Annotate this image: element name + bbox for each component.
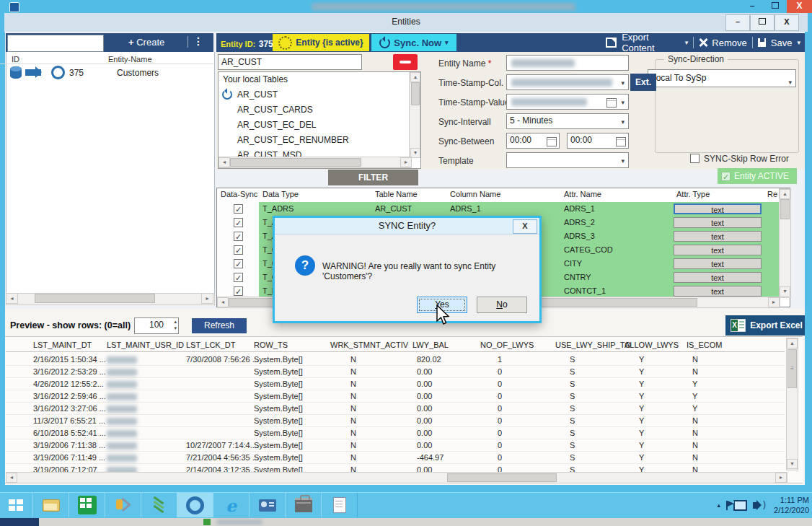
chevron-down-icon[interactable]: ▾ [685, 39, 689, 46]
table-search-input[interactable] [218, 54, 362, 70]
entity-active-toggle[interactable]: ✓ Entity ACTIVE [718, 168, 797, 184]
maximize-button[interactable] [764, 0, 787, 13]
taskbar-app-store-button[interactable] [69, 493, 105, 517]
tray-expand-arrow[interactable]: ▴ [718, 501, 721, 509]
no-button[interactable]: No [477, 297, 527, 313]
attr-type-button[interactable]: text [674, 231, 762, 242]
preview-col-header[interactable]: WRK_STMNT_ACTIV [330, 341, 408, 349]
refresh-button[interactable]: Refresh [192, 318, 247, 333]
taskbar-server-manager-button[interactable] [249, 493, 286, 517]
attr-type-button[interactable]: text [674, 203, 762, 214]
local-table-item[interactable]: AR_CUST_CARDS [237, 105, 313, 115]
taskbar-sql-server-tool-button[interactable] [141, 493, 177, 517]
preview-col-header[interactable]: LWY_BAL [412, 341, 449, 349]
mdi-minimize-button[interactable]: – [725, 14, 750, 31]
action-center-flag-icon[interactable] [726, 501, 728, 510]
timestamp-value-field[interactable]: ▾ [506, 94, 629, 110]
scroll-up-arrow[interactable]: ▴ [787, 338, 798, 349]
taskbar-clock[interactable]: 1:11 PM 2/12/2020 [774, 495, 809, 515]
network-icon[interactable] [733, 500, 747, 511]
preview-col-header[interactable]: LST_MAINT_DT [33, 341, 92, 349]
spinner-arrows[interactable]: ▴▾ [174, 318, 177, 331]
menu-dots-icon[interactable]: ⋮ [193, 35, 203, 47]
attr-type-button[interactable]: text [674, 286, 762, 297]
preview-hscrollbar[interactable] [6, 472, 787, 483]
data-sync-checkbox[interactable]: ✓ [234, 204, 243, 214]
scroll-up-arrow[interactable]: ▴ [780, 189, 790, 199]
entity-list-hscrollbar[interactable]: ◂ ▸ [6, 293, 213, 304]
entity-row[interactable]: 375 Customers [10, 66, 159, 79]
preview-col-header[interactable]: ALLOW_LWYS [625, 341, 679, 349]
local-table-item[interactable]: AR_CUST_EC_DEL [237, 120, 316, 130]
attr-type-button[interactable]: text [674, 272, 762, 283]
mdi-maximize-button[interactable] [750, 14, 775, 31]
taskbar-sync-app-button[interactable] [177, 493, 213, 517]
attr-type-button[interactable]: text [674, 258, 762, 269]
create-button[interactable]: + Create [128, 37, 164, 48]
show-rows-spinner[interactable]: 100 ▴▾ [134, 317, 179, 334]
attr-col-header[interactable]: Attr. Name [564, 190, 601, 198]
sync-now-button[interactable]: Sync. Now ▾ [371, 34, 456, 51]
ext-button[interactable]: Ext. [630, 74, 656, 91]
skip-row-error-checkbox[interactable] [690, 154, 700, 163]
preview-col-header[interactable]: LST_MAINT_USR_ID [107, 341, 184, 349]
scroll-left-arrow[interactable]: ◂ [219, 157, 230, 167]
preview-col-header[interactable]: IS_ECOM [687, 341, 723, 349]
filter-button[interactable]: FILTER [328, 170, 418, 185]
data-sync-checkbox[interactable]: ✓ [234, 259, 243, 268]
entity-search-input[interactable] [7, 35, 104, 52]
scroll-thumb[interactable]: ≡ [787, 349, 797, 388]
scroll-down-arrow[interactable]: ▾ [787, 459, 798, 469]
dialog-close-button[interactable]: X [513, 219, 537, 234]
entity-active-button[interactable]: Entity {is active} [273, 34, 369, 51]
export-content-button[interactable]: Export Content [622, 32, 680, 53]
sync-interval-dropdown[interactable]: 5 - Minutes ▾ [506, 113, 629, 129]
scroll-down-arrow[interactable]: ▾ [410, 148, 420, 158]
calendar-icon[interactable] [616, 137, 626, 146]
attr-col-header[interactable]: Attr. Type [676, 190, 710, 198]
timestamp-col-dropdown[interactable]: ▾ [506, 74, 629, 90]
template-dropdown[interactable]: ▾ [506, 152, 629, 168]
attr-type-button[interactable]: text [674, 217, 762, 228]
attr-col-header[interactable]: Data-Sync [221, 190, 257, 198]
mdi-close-button[interactable]: X [775, 14, 799, 31]
scroll-right-arrow[interactable]: ▸ [775, 473, 787, 483]
data-sync-checkbox[interactable]: ✓ [234, 232, 243, 241]
scroll-left-arrow[interactable]: ◂ [217, 297, 229, 307]
preview-col-header[interactable]: LST_LCK_DT [186, 341, 235, 349]
remove-table-button[interactable] [393, 54, 418, 70]
scroll-up-arrow[interactable]: ▴ [410, 72, 420, 82]
export-excel-button[interactable]: Export Excel [725, 315, 808, 336]
taskbar-file-explorer-button[interactable] [32, 493, 69, 517]
entity-name-field[interactable] [506, 55, 629, 71]
sync-direction-dropdown[interactable]: Local To SySp ▾ [648, 69, 796, 87]
scroll-left-arrow[interactable]: ◂ [6, 293, 18, 304]
calendar-icon[interactable] [547, 137, 557, 146]
scroll-down-arrow[interactable]: ▾ [780, 286, 790, 297]
taskbar-admin-toolbox-button[interactable] [285, 493, 322, 517]
attr-col-header[interactable]: Table Name [375, 190, 418, 198]
data-sync-checkbox[interactable]: ✓ [234, 286, 243, 296]
sync-between-to-field[interactable]: 00:00 [567, 133, 629, 149]
close-button[interactable]: X [787, 0, 812, 13]
scroll-right-arrow[interactable]: ▸ [400, 157, 412, 167]
taskbar-notepad-button[interactable] [321, 493, 358, 517]
preview-col-header[interactable]: USE_LWY_SHIP_TO [555, 341, 631, 349]
sync-between-from-field[interactable]: 00:00 [506, 133, 560, 149]
chevron-down-icon[interactable]: ▾ [797, 39, 800, 46]
scroll-right-arrow[interactable]: ▸ [201, 293, 213, 304]
scroll-thumb[interactable] [447, 473, 557, 482]
attr-col-header[interactable]: Data Type [262, 190, 299, 198]
minimize-button[interactable]: – [741, 0, 764, 13]
data-sync-checkbox[interactable]: ✓ [234, 245, 243, 255]
volume-icon[interactable] [753, 502, 758, 509]
scroll-thumb[interactable] [230, 158, 361, 167]
chevron-down-icon[interactable]: ▾ [621, 99, 625, 106]
attr-col-header[interactable]: Re [767, 190, 777, 198]
scroll-thumb[interactable] [35, 294, 155, 303]
data-sync-checkbox[interactable]: ✓ [234, 273, 243, 282]
scroll-right-arrow[interactable]: ▸ [768, 297, 780, 307]
local-table-item[interactable]: AR_CUST_EC_RENUMBER [237, 135, 349, 145]
remove-button[interactable]: Remove [712, 38, 746, 48]
attr-col-header[interactable]: Column Name [450, 190, 500, 198]
